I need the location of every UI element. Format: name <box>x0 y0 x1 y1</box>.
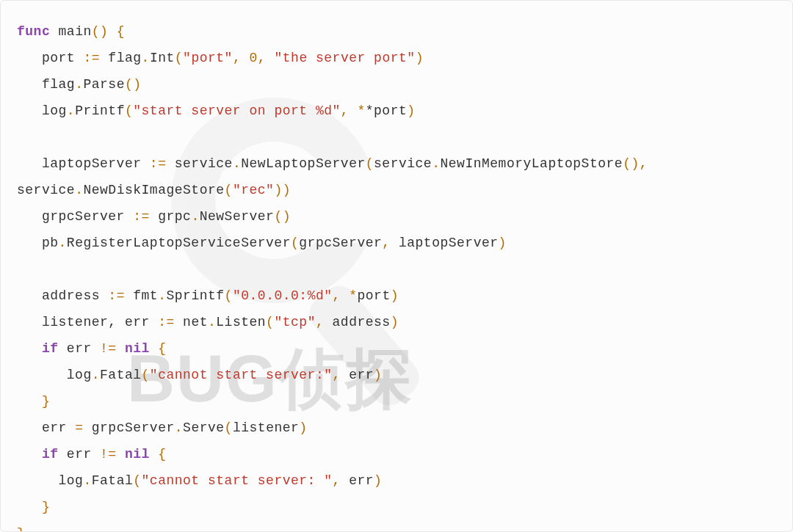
arg: port <box>357 288 390 303</box>
pkg: service <box>17 183 75 197</box>
method: Printf <box>75 103 125 118</box>
string-literal: "tcp" <box>274 315 316 329</box>
method: Listen <box>216 315 266 329</box>
pkg: log <box>59 473 84 488</box>
method: RegisterLaptopServiceServer <box>67 236 291 250</box>
arg: address <box>333 315 391 329</box>
string-literal: "cannot start server: " <box>142 473 333 488</box>
ident: err <box>42 420 67 435</box>
arg: err <box>349 368 374 382</box>
keyword-nil: nil <box>125 447 150 462</box>
pkg: service <box>374 156 432 171</box>
pkg: pb <box>42 236 59 250</box>
method: Int <box>150 51 175 65</box>
keyword-nil: nil <box>125 341 150 356</box>
arg: err <box>349 473 374 488</box>
arg: *port <box>366 103 408 118</box>
method: Sprintf <box>166 288 224 303</box>
arg: grpcServer <box>299 236 382 250</box>
pkg: fmt <box>133 288 158 303</box>
ident: address <box>42 288 100 303</box>
ident: grpcServer <box>42 209 125 224</box>
pkg: service <box>175 156 233 171</box>
pkg: grpc <box>158 209 191 224</box>
keyword-if: if <box>42 447 59 462</box>
string-literal: "rec" <box>233 183 275 197</box>
string-literal: "start server on port %d" <box>133 103 341 118</box>
pkg: log <box>67 368 92 382</box>
ident: err <box>67 447 92 462</box>
arg: listener <box>233 420 299 435</box>
keyword-if: if <box>42 341 59 356</box>
operator: != <box>100 447 117 462</box>
operator: != <box>100 341 117 356</box>
keyword-func: func <box>17 24 50 39</box>
method: Fatal <box>92 473 134 488</box>
ident: laptopServer <box>42 156 142 171</box>
method: Fatal <box>100 368 142 382</box>
method: NewInMemoryLaptopStore <box>440 156 623 171</box>
ident: port <box>42 51 75 65</box>
method: NewLaptopServer <box>241 156 366 171</box>
pkg: net <box>183 315 208 329</box>
pkg: flag <box>108 51 141 65</box>
ident: grpcServer <box>92 420 175 435</box>
method: Parse <box>83 77 125 92</box>
string-literal: "cannot start server:" <box>150 368 333 382</box>
pkg: log <box>42 103 67 118</box>
func-name: main <box>59 24 92 39</box>
arg: laptopServer <box>399 236 499 250</box>
pkg: flag <box>42 77 75 92</box>
operator: = <box>75 420 83 435</box>
method: NewDiskImageStore <box>83 183 224 197</box>
code-block: func main() { port := flag.Int("port", 0… <box>1 1 792 532</box>
ident: err <box>67 341 92 356</box>
number-literal: 0 <box>250 51 258 65</box>
string-literal: "the server port" <box>274 51 415 65</box>
method: Serve <box>183 420 225 435</box>
string-literal: "0.0.0.0:%d" <box>233 288 333 303</box>
ident: listener, err <box>42 315 150 329</box>
method: NewServer <box>200 209 275 224</box>
string-literal: "port" <box>183 51 233 65</box>
